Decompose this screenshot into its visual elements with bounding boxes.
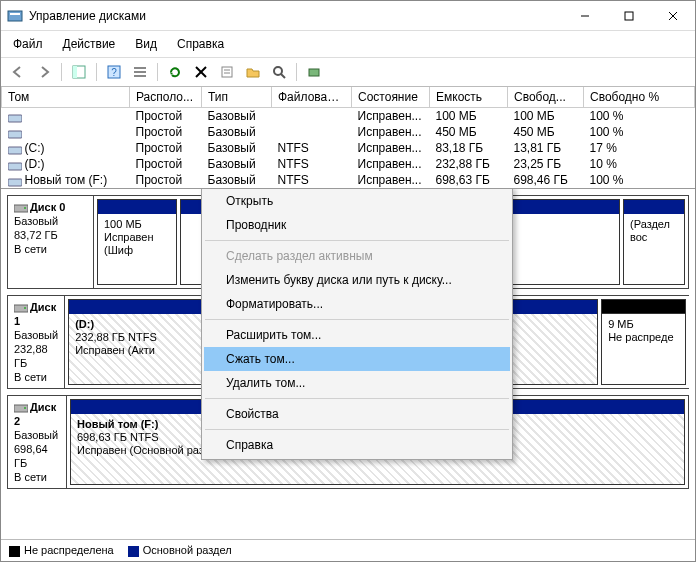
partition[interactable]: (Раздел вос — [623, 199, 685, 285]
menu-action[interactable]: Действие — [59, 35, 120, 53]
svg-point-29 — [24, 307, 26, 309]
svg-rect-7 — [73, 66, 77, 78]
disk-info: Диск 2Базовый698,64 ГБВ сети — [8, 396, 67, 488]
open-icon[interactable] — [242, 61, 264, 83]
svg-rect-1 — [10, 13, 20, 15]
app-icon — [7, 8, 23, 24]
svg-rect-20 — [309, 69, 319, 76]
partition[interactable]: 100 МБИсправен (Шиф — [97, 199, 177, 285]
ctx-make-active: Сделать раздел активным — [204, 244, 510, 268]
menubar: Файл Действие Вид Справка — [1, 31, 695, 58]
col-freepct[interactable]: Свободно % — [584, 87, 695, 108]
window-title: Управление дисками — [29, 9, 563, 23]
svg-rect-23 — [8, 147, 22, 154]
col-capacity[interactable]: Емкость — [430, 87, 508, 108]
volume-row[interactable]: ПростойБазовыйИсправен...450 МБ450 МБ100… — [2, 124, 695, 140]
properties-icon[interactable] — [216, 61, 238, 83]
menu-view[interactable]: Вид — [131, 35, 161, 53]
svg-rect-24 — [8, 163, 22, 170]
maximize-button[interactable] — [607, 1, 651, 31]
svg-rect-10 — [134, 67, 146, 69]
volume-table-wrap: Том Располо... Тип Файловая с... Состоян… — [1, 87, 695, 189]
volume-row[interactable]: (C:)ПростойБазовыйNTFSИсправен...83,18 Г… — [2, 140, 695, 156]
search-icon[interactable] — [268, 61, 290, 83]
disk-management-window: Управление дисками Файл Действие Вид Спр… — [0, 0, 696, 562]
list-icon[interactable] — [129, 61, 151, 83]
svg-rect-25 — [8, 179, 22, 186]
toolbar: ? — [1, 58, 695, 87]
legend-unalloc: Не распределена — [9, 544, 114, 557]
disk-info: Диск 0Базовый83,72 ГБВ сети — [8, 196, 94, 288]
ctx-explorer[interactable]: Проводник — [204, 213, 510, 237]
partition[interactable]: 9 МБНе распреде — [601, 299, 686, 385]
ctx-open[interactable]: Открыть — [204, 189, 510, 213]
titlebar: Управление дисками — [1, 1, 695, 31]
svg-rect-22 — [8, 131, 22, 138]
volume-row[interactable]: (D:)ПростойБазовыйNTFSИсправен...232,88 … — [2, 156, 695, 172]
ctx-help[interactable]: Справка — [204, 433, 510, 457]
ctx-extend[interactable]: Расширить том... — [204, 323, 510, 347]
col-free[interactable]: Свобод... — [508, 87, 584, 108]
ctx-props[interactable]: Свойства — [204, 402, 510, 426]
svg-rect-3 — [625, 12, 633, 20]
close-button[interactable] — [651, 1, 695, 31]
disk-info: Диск 1Базовый232,88 ГБВ сети — [8, 296, 65, 388]
ctx-change-letter[interactable]: Изменить букву диска или путь к диску... — [204, 268, 510, 292]
menu-help[interactable]: Справка — [173, 35, 228, 53]
svg-point-18 — [274, 67, 282, 75]
svg-text:?: ? — [111, 67, 117, 78]
svg-rect-15 — [222, 67, 232, 77]
svg-line-19 — [281, 74, 285, 78]
legend: Не распределена Основной раздел — [1, 539, 695, 561]
svg-rect-21 — [8, 115, 22, 122]
ctx-format[interactable]: Форматировать... — [204, 292, 510, 316]
col-status[interactable]: Состояние — [352, 87, 430, 108]
minimize-button[interactable] — [563, 1, 607, 31]
context-menu: Открыть Проводник Сделать раздел активны… — [201, 189, 513, 460]
forward-button[interactable] — [33, 61, 55, 83]
help-icon[interactable]: ? — [103, 61, 125, 83]
back-button[interactable] — [7, 61, 29, 83]
svg-rect-30 — [14, 405, 28, 412]
col-tom[interactable]: Том — [2, 87, 130, 108]
ctx-shrink[interactable]: Сжать том... — [204, 347, 510, 371]
disks-pane: Открыть Проводник Сделать раздел активны… — [1, 189, 695, 539]
volume-row[interactable]: Новый том (F:)ПростойБазовыйNTFSИсправен… — [2, 172, 695, 188]
volume-table: Том Располо... Тип Файловая с... Состоян… — [1, 87, 695, 188]
volume-row[interactable]: ПростойБазовыйИсправен...100 МБ100 МБ100… — [2, 108, 695, 125]
svg-point-27 — [24, 207, 26, 209]
svg-rect-12 — [134, 75, 146, 77]
svg-rect-26 — [14, 205, 28, 212]
svg-rect-0 — [8, 11, 22, 21]
delete-icon[interactable] — [190, 61, 212, 83]
ctx-delete[interactable]: Удалить том... — [204, 371, 510, 395]
extra-icon[interactable] — [303, 61, 325, 83]
col-layout[interactable]: Располо... — [130, 87, 202, 108]
svg-rect-11 — [134, 71, 146, 73]
menu-file[interactable]: Файл — [9, 35, 47, 53]
col-fs[interactable]: Файловая с... — [272, 87, 352, 108]
svg-rect-28 — [14, 305, 28, 312]
col-type[interactable]: Тип — [202, 87, 272, 108]
svg-point-31 — [24, 407, 26, 409]
panel-icon[interactable] — [68, 61, 90, 83]
legend-primary: Основной раздел — [128, 544, 232, 557]
refresh-icon[interactable] — [164, 61, 186, 83]
